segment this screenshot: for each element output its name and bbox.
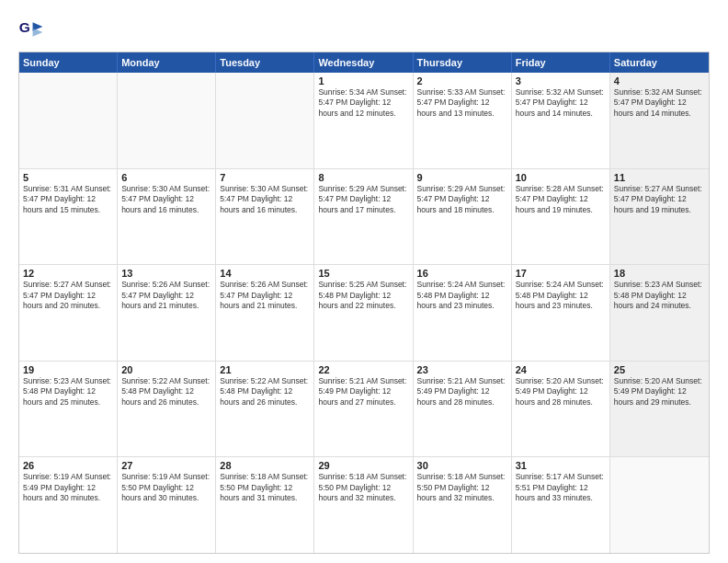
day-number: 11: [614, 172, 705, 183]
day-number: 6: [121, 172, 211, 183]
week-row-2: 5Sunrise: 5:31 AM Sunset: 5:47 PM Daylig…: [19, 168, 709, 265]
day-cell-empty: [216, 73, 314, 168]
day-cell-18: 18Sunrise: 5:23 AM Sunset: 5:48 PM Dayli…: [610, 265, 709, 361]
day-cell-empty: [118, 73, 216, 168]
day-cell-25: 25Sunrise: 5:20 AM Sunset: 5:49 PM Dayli…: [610, 362, 709, 457]
day-cell-14: 14Sunrise: 5:26 AM Sunset: 5:47 PM Dayli…: [216, 265, 314, 361]
day-header-saturday: Saturday: [610, 52, 709, 73]
day-headers: SundayMondayTuesdayWednesdayThursdayFrid…: [19, 52, 709, 73]
logo-icon: G: [18, 17, 44, 42]
day-cell-24: 24Sunrise: 5:20 AM Sunset: 5:49 PM Dayli…: [512, 362, 610, 457]
day-cell-empty: [19, 73, 118, 168]
day-number: 15: [318, 268, 408, 279]
day-cell-27: 27Sunrise: 5:19 AM Sunset: 5:50 PM Dayli…: [118, 457, 216, 553]
day-header-friday: Friday: [512, 52, 610, 73]
day-info: Sunrise: 5:21 AM Sunset: 5:49 PM Dayligh…: [318, 376, 408, 408]
day-info: Sunrise: 5:20 AM Sunset: 5:49 PM Dayligh…: [516, 376, 606, 408]
day-number: 16: [417, 268, 507, 279]
day-cell-28: 28Sunrise: 5:18 AM Sunset: 5:50 PM Dayli…: [216, 457, 314, 553]
header: G: [18, 17, 710, 42]
day-info: Sunrise: 5:19 AM Sunset: 5:50 PM Dayligh…: [121, 472, 211, 503]
day-number: 31: [516, 460, 606, 471]
day-number: 3: [516, 75, 606, 86]
day-number: 18: [614, 268, 705, 279]
day-info: Sunrise: 5:26 AM Sunset: 5:47 PM Dayligh…: [121, 280, 211, 311]
day-info: Sunrise: 5:27 AM Sunset: 5:47 PM Dayligh…: [23, 280, 113, 311]
day-number: 14: [220, 268, 310, 279]
day-number: 12: [23, 268, 113, 279]
week-row-4: 19Sunrise: 5:23 AM Sunset: 5:48 PM Dayli…: [19, 361, 709, 457]
day-number: 27: [121, 460, 211, 471]
day-header-monday: Monday: [118, 52, 216, 73]
day-info: Sunrise: 5:29 AM Sunset: 5:47 PM Dayligh…: [417, 184, 507, 215]
day-number: 22: [318, 364, 408, 375]
day-number: 9: [417, 172, 507, 183]
day-cell-19: 19Sunrise: 5:23 AM Sunset: 5:48 PM Dayli…: [19, 362, 118, 457]
day-number: 25: [614, 364, 705, 375]
day-cell-16: 16Sunrise: 5:24 AM Sunset: 5:48 PM Dayli…: [414, 265, 512, 361]
day-info: Sunrise: 5:33 AM Sunset: 5:47 PM Dayligh…: [417, 87, 507, 119]
day-number: 5: [23, 172, 113, 183]
day-cell-empty: [610, 457, 709, 553]
day-info: Sunrise: 5:24 AM Sunset: 5:48 PM Dayligh…: [417, 280, 507, 311]
day-header-wednesday: Wednesday: [314, 52, 413, 73]
day-number: 10: [516, 172, 606, 183]
day-header-tuesday: Tuesday: [216, 52, 314, 73]
day-info: Sunrise: 5:29 AM Sunset: 5:47 PM Dayligh…: [318, 184, 408, 215]
day-cell-7: 7Sunrise: 5:30 AM Sunset: 5:47 PM Daylig…: [216, 169, 314, 265]
week-row-1: 1Sunrise: 5:34 AM Sunset: 5:47 PM Daylig…: [19, 73, 709, 168]
day-number: 28: [220, 460, 310, 471]
day-cell-6: 6Sunrise: 5:30 AM Sunset: 5:47 PM Daylig…: [118, 169, 216, 265]
day-cell-22: 22Sunrise: 5:21 AM Sunset: 5:49 PM Dayli…: [314, 362, 413, 457]
day-cell-13: 13Sunrise: 5:26 AM Sunset: 5:47 PM Dayli…: [118, 265, 216, 361]
page: G SundayMondayTuesdayWednesdayThursdayFr…: [0, 0, 728, 563]
day-info: Sunrise: 5:34 AM Sunset: 5:47 PM Dayligh…: [318, 87, 408, 119]
day-cell-1: 1Sunrise: 5:34 AM Sunset: 5:47 PM Daylig…: [314, 73, 413, 168]
day-cell-23: 23Sunrise: 5:21 AM Sunset: 5:49 PM Dayli…: [414, 362, 512, 457]
day-cell-17: 17Sunrise: 5:24 AM Sunset: 5:48 PM Dayli…: [512, 265, 610, 361]
day-cell-9: 9Sunrise: 5:29 AM Sunset: 5:47 PM Daylig…: [414, 169, 512, 265]
day-cell-31: 31Sunrise: 5:17 AM Sunset: 5:51 PM Dayli…: [512, 457, 610, 553]
day-cell-4: 4Sunrise: 5:32 AM Sunset: 5:47 PM Daylig…: [610, 73, 709, 168]
logo: G: [18, 17, 48, 42]
day-info: Sunrise: 5:25 AM Sunset: 5:48 PM Dayligh…: [318, 280, 408, 311]
day-info: Sunrise: 5:23 AM Sunset: 5:48 PM Dayligh…: [614, 280, 705, 311]
day-number: 17: [516, 268, 606, 279]
day-info: Sunrise: 5:28 AM Sunset: 5:47 PM Dayligh…: [516, 184, 606, 215]
svg-text:G: G: [19, 19, 30, 35]
day-cell-15: 15Sunrise: 5:25 AM Sunset: 5:48 PM Dayli…: [314, 265, 413, 361]
day-number: 7: [220, 172, 310, 183]
day-number: 2: [417, 75, 507, 86]
day-number: 19: [23, 364, 113, 375]
day-info: Sunrise: 5:30 AM Sunset: 5:47 PM Dayligh…: [121, 184, 211, 215]
day-info: Sunrise: 5:17 AM Sunset: 5:51 PM Dayligh…: [516, 472, 606, 503]
day-number: 4: [614, 75, 705, 86]
day-number: 23: [417, 364, 507, 375]
day-number: 26: [23, 460, 113, 471]
day-info: Sunrise: 5:24 AM Sunset: 5:48 PM Dayligh…: [516, 280, 606, 311]
day-cell-30: 30Sunrise: 5:18 AM Sunset: 5:50 PM Dayli…: [414, 457, 512, 553]
day-info: Sunrise: 5:18 AM Sunset: 5:50 PM Dayligh…: [220, 472, 310, 503]
day-header-thursday: Thursday: [414, 52, 512, 73]
day-header-sunday: Sunday: [19, 52, 118, 73]
day-cell-11: 11Sunrise: 5:27 AM Sunset: 5:47 PM Dayli…: [610, 169, 709, 265]
day-number: 8: [318, 172, 408, 183]
day-info: Sunrise: 5:27 AM Sunset: 5:47 PM Dayligh…: [614, 184, 705, 215]
day-info: Sunrise: 5:18 AM Sunset: 5:50 PM Dayligh…: [318, 472, 408, 503]
day-number: 13: [121, 268, 211, 279]
day-cell-5: 5Sunrise: 5:31 AM Sunset: 5:47 PM Daylig…: [19, 169, 118, 265]
day-number: 20: [121, 364, 211, 375]
day-info: Sunrise: 5:22 AM Sunset: 5:48 PM Dayligh…: [220, 376, 310, 408]
day-info: Sunrise: 5:26 AM Sunset: 5:47 PM Dayligh…: [220, 280, 310, 311]
day-cell-21: 21Sunrise: 5:22 AM Sunset: 5:48 PM Dayli…: [216, 362, 314, 457]
day-info: Sunrise: 5:20 AM Sunset: 5:49 PM Dayligh…: [614, 376, 705, 408]
day-cell-26: 26Sunrise: 5:19 AM Sunset: 5:49 PM Dayli…: [19, 457, 118, 553]
day-cell-10: 10Sunrise: 5:28 AM Sunset: 5:47 PM Dayli…: [512, 169, 610, 265]
day-cell-20: 20Sunrise: 5:22 AM Sunset: 5:48 PM Dayli…: [118, 362, 216, 457]
weeks: 1Sunrise: 5:34 AM Sunset: 5:47 PM Daylig…: [19, 73, 709, 553]
day-info: Sunrise: 5:31 AM Sunset: 5:47 PM Dayligh…: [23, 184, 113, 215]
day-info: Sunrise: 5:22 AM Sunset: 5:48 PM Dayligh…: [121, 376, 211, 408]
day-info: Sunrise: 5:23 AM Sunset: 5:48 PM Dayligh…: [23, 376, 113, 408]
day-info: Sunrise: 5:19 AM Sunset: 5:49 PM Dayligh…: [23, 472, 113, 503]
day-cell-8: 8Sunrise: 5:29 AM Sunset: 5:47 PM Daylig…: [314, 169, 413, 265]
